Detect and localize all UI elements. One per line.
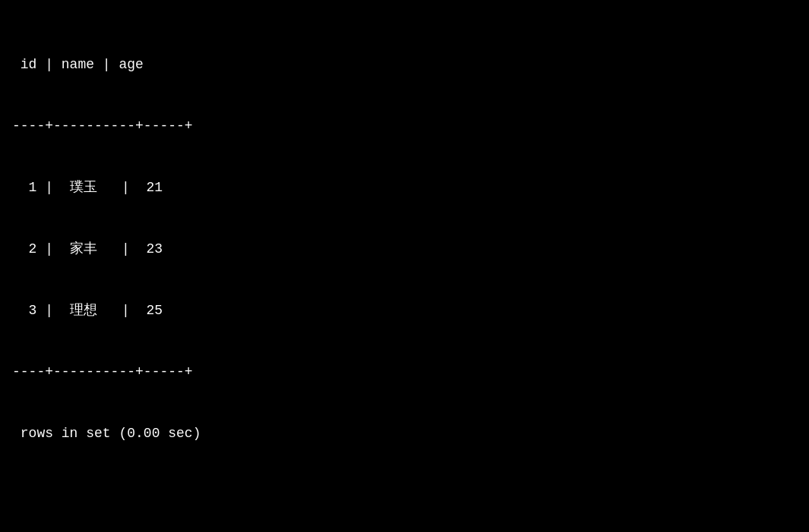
terminal-line-1: id | name | age — [12, 55, 797, 75]
terminal-line-2: ----+----------+-----+ — [12, 116, 797, 137]
terminal-line-6: ----+----------+-----+ — [12, 362, 797, 382]
terminal-line-5: 3 | 理想 | 25 — [12, 301, 797, 321]
terminal-window[interactable]: id | name | age ----+----------+-----+ 1… — [0, 8, 809, 524]
terminal-line-3: 1 | 璞玉 | 21 — [12, 178, 797, 198]
terminal-line-4: 2 | 家丰 | 23 — [12, 239, 797, 260]
terminal-line-8 — [12, 485, 797, 505]
terminal-line-7: rows in set (0.00 sec) — [12, 423, 797, 444]
